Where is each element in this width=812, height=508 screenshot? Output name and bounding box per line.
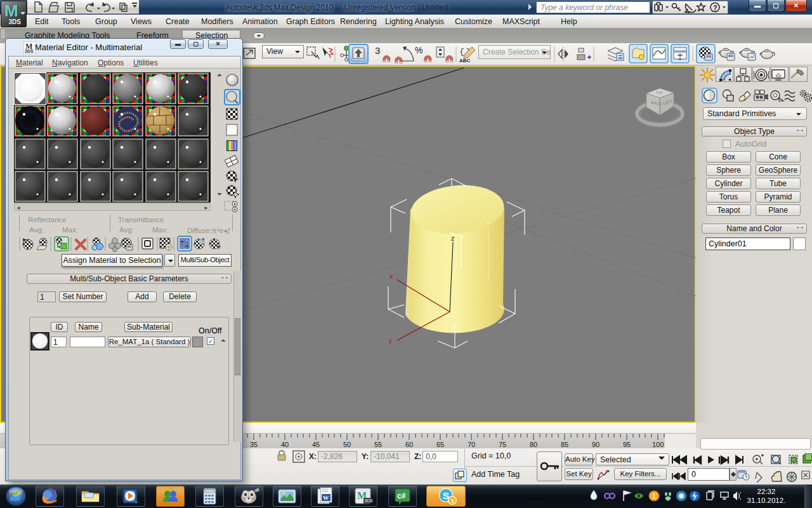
svg-text:3: 3 (375, 45, 380, 56)
svg-text:W: W (323, 495, 329, 501)
svg-text:1: 1 (451, 498, 454, 504)
svg-text:60: 60 (405, 441, 413, 448)
svg-text:TOP: TOP (656, 91, 663, 95)
svg-text:70: 70 (468, 441, 475, 448)
svg-text:c#: c# (397, 491, 406, 500)
svg-text:75: 75 (499, 441, 506, 448)
svg-text:95: 95 (623, 441, 631, 448)
svg-text:35: 35 (250, 441, 258, 448)
svg-text:3DS: 3DS (25, 49, 34, 53)
svg-text:85: 85 (561, 441, 568, 448)
svg-text:ABC: ABC (459, 58, 471, 64)
svg-text:50: 50 (343, 441, 351, 448)
svg-text:65: 65 (436, 441, 444, 448)
svg-text:90: 90 (592, 441, 599, 448)
svg-text:?: ? (713, 4, 717, 11)
svg-text:%: % (415, 45, 422, 55)
svg-text:80: 80 (530, 441, 537, 448)
svg-text:1: 1 (652, 493, 656, 500)
svg-text:x: x (390, 272, 393, 280)
svg-text:45: 45 (312, 441, 320, 448)
svg-text:3DS: 3DS (364, 498, 373, 503)
svg-text:100: 100 (652, 441, 664, 448)
svg-text:z: z (451, 234, 455, 242)
svg-text:y: y (389, 337, 393, 344)
svg-text:55: 55 (374, 441, 382, 448)
svg-text:☰: ☰ (618, 55, 622, 60)
svg-text:40: 40 (281, 441, 289, 448)
